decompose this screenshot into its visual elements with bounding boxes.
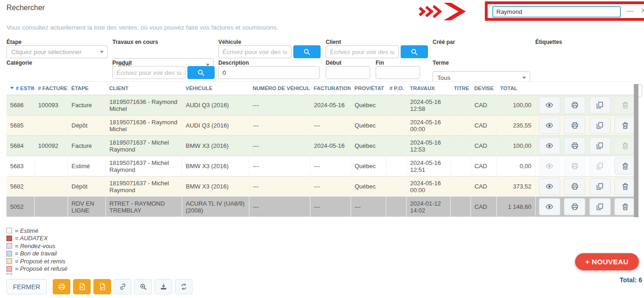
- filter-label-terme: Terme: [433, 60, 449, 66]
- export-excel-button[interactable]: [73, 279, 91, 294]
- view-button[interactable]: [539, 97, 560, 114]
- copy-icon: [596, 101, 604, 109]
- view-button[interactable]: [539, 198, 560, 215]
- print-button[interactable]: [564, 178, 585, 195]
- printer-icon: [571, 142, 579, 150]
- quick-search-input[interactable]: [492, 6, 621, 18]
- filter-label-categorie: Catégorie: [6, 60, 32, 66]
- view-button[interactable]: [539, 117, 560, 134]
- download-icon: [160, 283, 167, 291]
- trash-icon: [621, 122, 629, 129]
- printer-icon: [571, 162, 579, 170]
- delete-button[interactable]: [614, 178, 634, 195]
- duplicate-button[interactable]: [589, 198, 611, 215]
- trash-icon: [621, 101, 629, 109]
- copy-icon: [596, 162, 604, 170]
- filter-label-etape: Étape: [6, 39, 22, 45]
- excel-file-icon: [78, 283, 86, 291]
- col-header-estime[interactable]: # ESTIMÉ: [6, 82, 34, 95]
- col-header-travaux[interactable]: TRAVAUX: [406, 82, 450, 95]
- vehicule-search-button[interactable]: [293, 45, 321, 58]
- vehicule-input[interactable]: [218, 45, 291, 58]
- col-header-facture[interactable]: # FACTURE: [34, 82, 68, 95]
- delete-button[interactable]: [614, 198, 634, 215]
- filters-panel: Étape Travaux en cours Véhicule Client C…: [6, 39, 642, 79]
- sales-table-wrapper: # ESTIMÉ # FACTURE ÉTAPE CLIENT VÉHICULE…: [6, 81, 638, 217]
- client-input[interactable]: [326, 45, 399, 58]
- zoom-button[interactable]: [134, 279, 152, 294]
- close-panel-button[interactable]: FERMER: [6, 279, 47, 294]
- fin-date-input[interactable]: [376, 66, 420, 79]
- table-scrollbar[interactable]: [634, 84, 638, 217]
- delete-button[interactable]: [614, 137, 634, 154]
- print-list-button[interactable]: [53, 279, 70, 294]
- delete-button[interactable]: [614, 97, 634, 114]
- legend-swatch: [6, 258, 12, 264]
- search-window: Rechercher Vous consultez actuellement l…: [0, 0, 644, 298]
- eye-icon: [545, 162, 553, 170]
- print-button[interactable]: [564, 97, 585, 114]
- eye-icon: [545, 101, 553, 109]
- col-header-facturation[interactable]: FACTURATION: [310, 82, 351, 95]
- duplicate-button[interactable]: [589, 158, 611, 175]
- legend-swatch: [6, 266, 12, 272]
- print-button[interactable]: [564, 158, 585, 175]
- printer-icon: [571, 122, 579, 129]
- legend-swatch: [6, 243, 12, 249]
- table-row[interactable]: 5685 Dépôt18195071636 - Raymond Michel A…: [6, 116, 634, 136]
- trash-icon: [621, 142, 629, 150]
- table-row[interactable]: 5682 Dépôt18195071637 - Michel Raymond B…: [6, 176, 634, 197]
- annotation-highlight-box: — ✕: [485, 1, 644, 21]
- filter-label-produit: Produit: [112, 60, 132, 66]
- col-header-etape[interactable]: ÉTAPE: [68, 82, 105, 95]
- close-icon[interactable]: ✕: [641, 6, 644, 15]
- table-row[interactable]: 5686100093 Facture18195071636 - Raymond …: [6, 95, 634, 116]
- col-header-devise[interactable]: DEVISE: [471, 82, 496, 95]
- chevron-down-icon: [100, 51, 104, 53]
- view-button[interactable]: [539, 158, 560, 175]
- etape-select[interactable]: Cliquez pour sélectionner: [6, 45, 108, 58]
- print-button[interactable]: [564, 137, 585, 154]
- debut-date-input[interactable]: [326, 66, 370, 79]
- download-button[interactable]: [155, 279, 172, 294]
- export-pdf-button[interactable]: [93, 279, 111, 294]
- duplicate-button[interactable]: [589, 97, 611, 114]
- minimize-icon[interactable]: —: [626, 6, 633, 14]
- filter-label-cree-par: Créé par: [433, 39, 455, 45]
- col-header-client[interactable]: CLIENT: [105, 82, 182, 95]
- search-icon: [410, 48, 418, 56]
- link-icon: [119, 283, 127, 291]
- table-row[interactable]: 5684100092 Facture18195071637 - Michel R…: [6, 136, 634, 156]
- col-header-vehicule[interactable]: VÉHICULE: [182, 82, 249, 95]
- table-row[interactable]: 5052 RDV EN LIGNERTRET - RAYMOND TREMBLA…: [6, 197, 634, 217]
- delete-button[interactable]: [614, 158, 634, 175]
- description-input[interactable]: [218, 66, 320, 79]
- col-header-po[interactable]: # P.O.: [386, 82, 406, 95]
- print-button[interactable]: [564, 117, 585, 134]
- view-button[interactable]: [539, 137, 560, 154]
- copy-link-button[interactable]: [114, 279, 131, 294]
- eye-icon: [545, 122, 553, 129]
- produit-input[interactable]: [112, 66, 186, 79]
- duplicate-button[interactable]: [589, 178, 611, 195]
- new-sale-button[interactable]: + NOUVEAU: [575, 253, 639, 270]
- col-header-numero-vehicule[interactable]: NUMÉRO DE VÉHICULE: [249, 82, 310, 95]
- col-header-prov-etat[interactable]: PROV/ÉTAT: [351, 82, 386, 95]
- col-header-total[interactable]: TOTAL: [496, 82, 535, 95]
- delete-button[interactable]: [614, 117, 634, 134]
- print-button[interactable]: [564, 198, 585, 215]
- client-search-button[interactable]: [401, 45, 428, 58]
- produit-search-button[interactable]: [187, 66, 215, 79]
- table-header-row: # ESTIMÉ # FACTURE ÉTAPE CLIENT VÉHICULE…: [6, 82, 634, 95]
- duplicate-button[interactable]: [589, 117, 611, 134]
- refresh-icon: [180, 283, 188, 291]
- view-button[interactable]: [539, 178, 560, 195]
- refresh-button[interactable]: [175, 279, 192, 294]
- magnifier-plus-icon: [139, 283, 147, 291]
- annotation-arrows-icon: [418, 2, 483, 21]
- table-row[interactable]: 5683 Estimé18195071637 - Michel Raymond …: [6, 156, 634, 176]
- duplicate-button[interactable]: [589, 137, 611, 154]
- eye-icon: [545, 203, 553, 211]
- col-header-titre[interactable]: TITRE: [450, 82, 471, 95]
- filter-label-fin: Fin: [376, 60, 384, 66]
